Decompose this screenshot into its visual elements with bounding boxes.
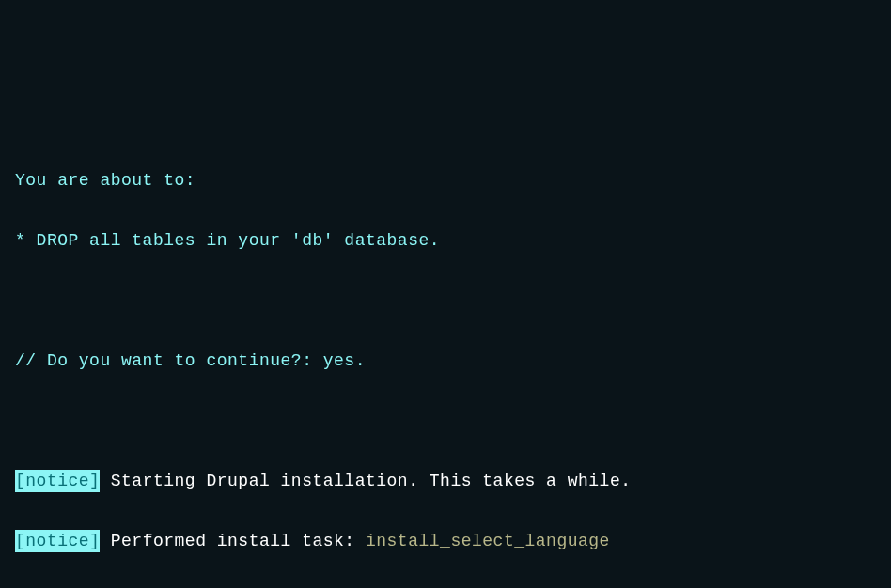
notice-badge: [notice] (15, 530, 100, 552)
notice-badge: [notice] (15, 470, 100, 492)
intro-line-2: * DROP all tables in your 'db' database. (15, 225, 876, 255)
task-prefix: Performed install task: (100, 532, 366, 550)
notice-start-text: Starting Drupal installation. This takes… (100, 472, 631, 490)
notice-task: [notice] Performed install task: install… (15, 526, 876, 556)
continue-prompt: // Do you want to continue?: yes. (15, 346, 876, 376)
terminal-output: You are about to: * DROP all tables in y… (15, 135, 876, 588)
task-name: install_select_language (366, 532, 610, 550)
blank-line (15, 286, 876, 316)
blank-line (15, 406, 876, 436)
notice-start: [notice] Starting Drupal installation. T… (15, 466, 876, 496)
intro-line-1: You are about to: (15, 165, 876, 195)
